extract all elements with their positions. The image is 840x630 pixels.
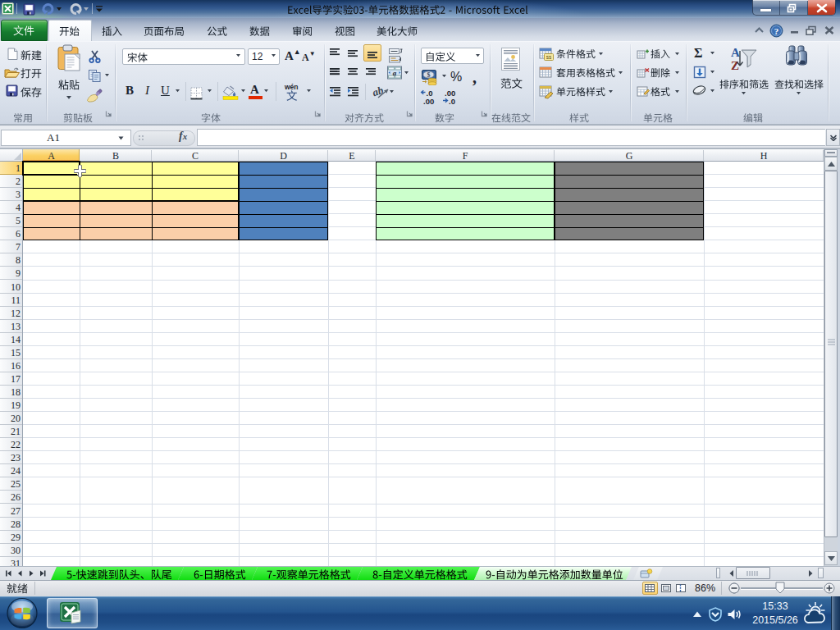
svg-text:A: A <box>731 46 740 59</box>
svg-text:a: a <box>393 69 397 77</box>
svg-text:.00: .00 <box>423 97 434 106</box>
svg-text:$: $ <box>427 71 431 79</box>
svg-text:.0: .0 <box>449 97 455 106</box>
svg-text:?: ? <box>774 26 779 36</box>
svg-text:Z: Z <box>731 59 739 72</box>
svg-text:ss: ss <box>546 54 552 60</box>
